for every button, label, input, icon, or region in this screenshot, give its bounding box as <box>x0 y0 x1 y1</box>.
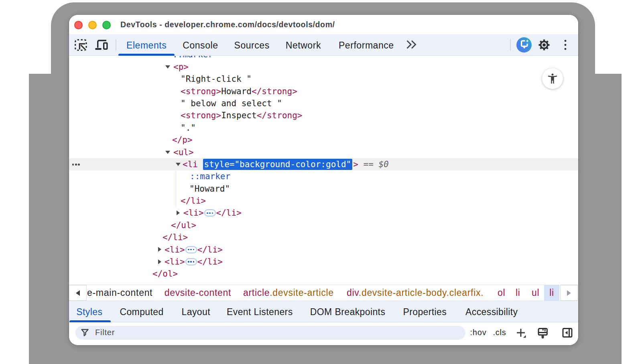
expand-arrow-icon[interactable] <box>177 210 180 215</box>
toggle-class-button[interactable]: .cls <box>491 322 508 343</box>
dom-tree: ::marker<p>"Right-click "<strong>Howard<… <box>69 56 578 280</box>
collapsed-content-badge[interactable] <box>185 258 197 265</box>
maximize-window-button[interactable] <box>102 21 111 29</box>
toggle-hover-state-button[interactable]: :hov <box>470 322 487 343</box>
panel-tab-network[interactable]: Network <box>278 34 329 55</box>
gemini-ai-icon <box>516 37 532 53</box>
dom-tree-row[interactable]: </ol> <box>69 268 578 280</box>
collapsed-content-badge[interactable] <box>185 246 197 253</box>
toolbar-separator-right <box>510 39 511 51</box>
panel-tab-console[interactable]: Console <box>175 34 226 55</box>
sidebar-tab-layout[interactable]: Layout <box>173 301 218 322</box>
panel-tab-elements[interactable]: Elements <box>118 34 175 55</box>
dom-segment-tag: <li <box>183 160 203 169</box>
sidebar-tab-label: Event Listeners <box>227 307 293 317</box>
breadcrumb-item-selected[interactable]: li <box>544 285 559 301</box>
toggle-sidebar-button[interactable] <box>559 322 576 343</box>
breadcrumb-scroll-right-button[interactable] <box>560 285 578 301</box>
dom-tree-row[interactable]: <strong>Inspect</strong> <box>69 109 578 121</box>
dom-tree-row[interactable]: <li></li> <box>69 244 578 256</box>
accessibility-floating-button[interactable] <box>542 68 563 89</box>
devtools-toolbar: ElementsConsoleSourcesNetworkPerformance <box>69 34 578 56</box>
window-titlebar: DevTools - developer.chrome.com/docs/dev… <box>69 15 578 34</box>
more-tabs-button[interactable] <box>402 34 421 55</box>
sidebar-tab-styles[interactable]: Styles <box>69 301 111 322</box>
dom-segment-pseudo: ::marker <box>190 172 230 181</box>
gemini-ai-button[interactable] <box>516 37 532 53</box>
dom-tree-row[interactable]: </p> <box>69 134 578 146</box>
breadcrumb-item[interactable]: ul <box>526 285 544 301</box>
accessibility-person-icon <box>547 73 559 85</box>
dom-segment-text: " below and select " <box>181 99 282 108</box>
panel-tab-label: Network <box>286 40 321 51</box>
breadcrumb-segment: article <box>243 287 270 298</box>
dom-tree-row[interactable]: <strong>Howard</strong> <box>69 85 578 97</box>
panel-tab-label: Performance <box>339 40 394 51</box>
dom-segment-tag: </li> <box>181 196 206 206</box>
more-tabs-chevron-icon <box>404 39 418 50</box>
collapse-arrow-icon[interactable] <box>176 163 181 166</box>
styles-filter-input[interactable]: Filter <box>75 326 465 340</box>
dom-segment-sel: style="background-color:gold" <box>203 159 353 170</box>
dom-tree-row[interactable]: "Right-click " <box>69 73 578 85</box>
main-menu-button[interactable] <box>558 37 573 53</box>
new-style-rule-button[interactable] <box>513 322 529 343</box>
inspect-element-button[interactable] <box>73 37 88 53</box>
dom-segment-tag: </p> <box>172 135 193 145</box>
breadcrumb-segment: ul <box>532 287 539 298</box>
collapsed-content-badge[interactable] <box>204 209 216 216</box>
scroll-left-icon <box>76 290 80 296</box>
dom-tree-row[interactable]: </li> <box>69 231 578 243</box>
breadcrumb-segment: devsite-content <box>165 287 231 298</box>
dom-segment-tag: <ul> <box>173 148 194 157</box>
close-window-button[interactable] <box>74 21 83 29</box>
dom-segment-eq: == <box>358 160 379 169</box>
sidebar-tab-computed[interactable]: Computed <box>112 301 172 322</box>
styles-filter-row: Filter :hov .cls <box>69 322 578 345</box>
breadcrumb-item[interactable]: devsite-content <box>159 285 236 301</box>
sidebar-tab-accessibility[interactable]: Accessibility <box>457 301 526 322</box>
collapse-arrow-icon[interactable] <box>165 151 170 154</box>
dom-tree-row[interactable]: "Howard" <box>69 183 578 195</box>
breadcrumb-item[interactable]: e-main-content <box>87 285 158 301</box>
panel-tab-performance[interactable]: Performance <box>331 34 402 55</box>
settings-button[interactable] <box>536 37 552 53</box>
dom-tree-row[interactable]: <p> <box>69 61 578 73</box>
sidebar-tab-event-listeners[interactable]: Event Listeners <box>219 301 301 322</box>
inspect-element-icon <box>74 38 87 52</box>
dom-tree-row[interactable]: ::marker <box>69 56 578 61</box>
breadcrumb-item[interactable]: li <box>510 285 526 301</box>
dom-tree-row[interactable]: <li></li> <box>69 207 578 219</box>
breadcrumb-item[interactable]: div.devsite-article-body.clearfix. <box>341 285 489 301</box>
breadcrumb-scroll-left-button[interactable] <box>69 285 87 301</box>
dom-tree-row[interactable]: <ul> <box>69 146 578 158</box>
minimize-window-button[interactable] <box>88 21 97 29</box>
dom-segment-tag: <strong> <box>181 111 221 120</box>
device-toolbar-button[interactable] <box>94 37 109 53</box>
dom-tree-row[interactable]: </ul> <box>69 219 578 231</box>
breadcrumb-segment: li <box>549 287 554 298</box>
dom-segment-dollar: $0 <box>378 160 388 169</box>
sidebar-tab-label: Properties <box>403 307 447 317</box>
expand-arrow-icon[interactable] <box>158 247 161 252</box>
sidebar-tab-dom-breakpoints[interactable]: DOM Breakpoints <box>302 301 394 322</box>
rendering-emulation-button[interactable] <box>534 322 551 343</box>
breadcrumb-segment: .devsite-article <box>270 287 333 298</box>
row-options-dots-icon[interactable] <box>72 164 80 165</box>
dom-segment-pseudo: ::marker <box>173 56 213 60</box>
dom-tree-row[interactable]: <li></li> <box>69 256 578 268</box>
collapse-arrow-icon[interactable] <box>165 65 170 69</box>
expand-arrow-icon[interactable] <box>158 259 161 264</box>
dom-segment-tag: </li> <box>197 245 223 255</box>
dom-tree-row[interactable]: </li> <box>69 195 578 207</box>
dom-tree-row-selected[interactable]: <li style="background-color:gold"> == $0 <box>69 158 578 170</box>
dom-tree-row[interactable]: ::marker <box>69 170 578 182</box>
breadcrumb-item[interactable]: article.devsite-article <box>238 285 339 301</box>
panel-tab-sources[interactable]: Sources <box>226 34 278 55</box>
breadcrumb-list: e-main-contentdevsite-contentarticle.dev… <box>87 285 578 301</box>
dom-tree-row[interactable]: " below and select " <box>69 97 578 109</box>
dom-segment-tag: </strong> <box>257 111 303 120</box>
dom-tree-row[interactable]: "." <box>69 122 578 134</box>
breadcrumb-item[interactable]: ol <box>492 285 510 301</box>
sidebar-tab-properties[interactable]: Properties <box>395 301 455 322</box>
